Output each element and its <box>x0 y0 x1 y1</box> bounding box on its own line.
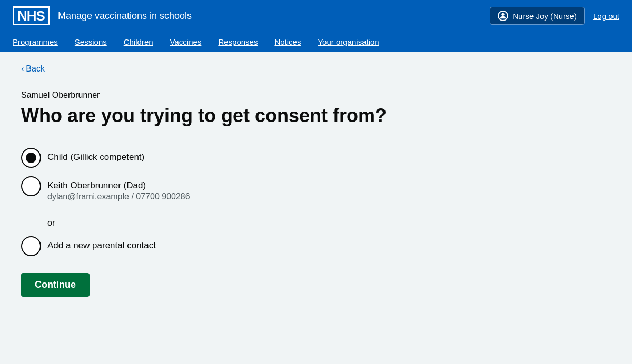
radio-label-text-child: Child (Gillick competent) <box>47 152 144 163</box>
radio-input-new-contact[interactable] <box>21 236 41 256</box>
radio-label-text-new-contact: Add a new parental contact <box>47 240 156 251</box>
radio-label-child: Child (Gillick competent) <box>47 148 144 163</box>
main-content: ‹ Back Samuel Oberbrunner Who are you tr… <box>0 52 474 309</box>
nav-sessions[interactable]: Sessions <box>66 32 115 52</box>
user-info: Nurse Joy (Nurse) <box>490 7 585 25</box>
app-title: Manage vaccinations in schools <box>58 11 192 22</box>
continue-button[interactable]: Continue <box>21 273 90 297</box>
nav-vaccines[interactable]: Vaccines <box>162 32 210 52</box>
nhs-logo: NHS <box>13 6 50 25</box>
back-link[interactable]: ‹ Back <box>21 64 45 74</box>
back-link-label: Back <box>26 64 45 74</box>
nhs-logo-text: NHS <box>17 8 45 24</box>
header-right: Nurse Joy (Nurse) Log out <box>490 7 619 25</box>
radio-label-text-parent: Keith Oberbrunner (Dad) <box>47 180 190 191</box>
main-nav: Programmes Sessions Children Vaccines Re… <box>0 32 632 52</box>
consent-radio-group: Child (Gillick competent) Keith Oberbrun… <box>21 144 453 206</box>
header-left: NHS Manage vaccinations in schools <box>13 6 192 25</box>
page-heading: Who are you trying to get consent from? <box>21 104 453 127</box>
radio-item-new-contact[interactable]: Add a new parental contact <box>21 232 453 260</box>
radio-label-parent: Keith Oberbrunner (Dad) dylan@frami.exam… <box>47 176 190 201</box>
nav-notices[interactable]: Notices <box>266 32 309 52</box>
radio-input-parent[interactable] <box>21 176 41 196</box>
radio-dot-child <box>26 153 36 163</box>
radio-item-parent[interactable]: Keith Oberbrunner (Dad) dylan@frami.exam… <box>21 172 453 206</box>
user-name: Nurse Joy (Nurse) <box>512 12 577 21</box>
patient-name: Samuel Oberbrunner <box>21 90 453 100</box>
radio-label-new-contact: Add a new parental contact <box>47 236 156 251</box>
nav-children[interactable]: Children <box>115 32 162 52</box>
back-chevron-icon: ‹ <box>21 64 24 74</box>
header: NHS Manage vaccinations in schools Nurse… <box>0 0 632 32</box>
nav-responses[interactable]: Responses <box>210 32 266 52</box>
radio-input-child[interactable] <box>21 148 41 168</box>
radio-label-sub-parent: dylan@frami.example / 07700 900286 <box>47 192 190 201</box>
logout-button[interactable]: Log out <box>593 12 619 21</box>
user-icon <box>498 11 508 21</box>
nav-your-organisation[interactable]: Your organisation <box>309 32 387 52</box>
radio-item-child[interactable]: Child (Gillick competent) <box>21 144 453 172</box>
svg-point-0 <box>502 13 505 16</box>
or-text: or <box>21 214 453 232</box>
nav-programmes[interactable]: Programmes <box>13 32 66 52</box>
